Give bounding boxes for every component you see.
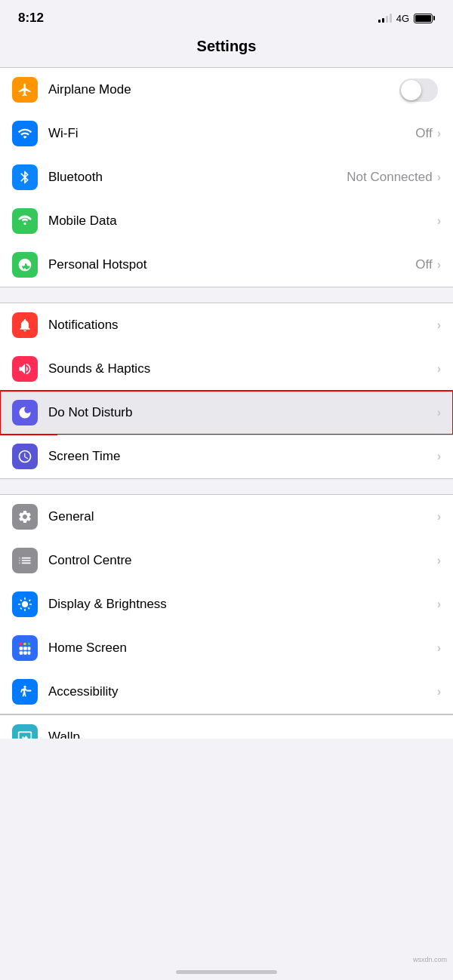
svg-rect-6 [20,651,23,655]
bluetooth-value: Not Connected [347,170,432,185]
screen-time-chevron-icon: › [437,450,441,463]
row-mobile-data[interactable]: Mobile Data › [0,199,453,243]
do-not-disturb-chevron-icon: › [437,406,441,419]
home-indicator [176,970,277,974]
row-sounds-haptics[interactable]: Sounds & Haptics › [0,347,453,391]
display-brightness-icon [12,591,38,617]
general-icon [12,504,38,530]
display-brightness-label: Display & Brightness [48,597,437,612]
bluetooth-chevron-icon: › [437,171,441,184]
home-screen-icon [12,635,38,661]
row-do-not-disturb[interactable]: Do Not Disturb › [0,391,453,435]
partial-row: Wallp... [0,714,453,739]
status-icons: 4G [378,13,435,24]
spacer-1 [0,287,453,303]
watermark: wsxdn.com [413,956,447,963]
row-notifications[interactable]: Notifications › [0,303,453,347]
bluetooth-icon [12,164,38,190]
wifi-icon [12,121,38,146]
screen-time-label: Screen Time [48,449,437,464]
control-centre-label: Control Centre [48,553,437,568]
battery-icon [414,14,435,23]
bluetooth-label: Bluetooth [48,170,347,185]
signal-bars-icon [378,14,392,23]
signal-text: 4G [396,13,409,24]
svg-point-1 [23,643,26,646]
row-general[interactable]: General › [0,495,453,539]
bar1 [378,20,381,23]
wifi-label: Wi-Fi [48,126,415,141]
row-control-centre[interactable]: Control Centre › [0,539,453,582]
screen-time-icon [12,444,38,469]
control-centre-chevron-icon: › [437,554,441,567]
wallpaper-icon [12,724,38,739]
general-chevron-icon: › [437,510,441,524]
row-bluetooth[interactable]: Bluetooth Not Connected › [0,155,453,199]
page-title: Settings [0,32,453,67]
mobile-data-icon [12,208,38,234]
sounds-haptics-chevron-icon: › [437,362,441,376]
spacer-2 [0,479,453,494]
airplane-mode-icon [12,77,38,103]
accessibility-label: Accessibility [48,684,437,699]
group-connectivity: Airplane Mode Wi-Fi Off › Bluetooth Not … [0,67,453,287]
personal-hotspot-value: Off [415,257,432,272]
notifications-icon [12,312,38,338]
row-airplane-mode[interactable]: Airplane Mode [0,68,453,112]
status-bar: 8:12 4G [0,0,453,32]
row-wifi[interactable]: Wi-Fi Off › [0,112,453,155]
row-display-brightness[interactable]: Display & Brightness › [0,582,453,626]
svg-rect-5 [28,647,31,650]
sounds-haptics-icon [12,356,38,382]
airplane-mode-label: Airplane Mode [48,82,399,97]
wallpaper-label: Wallp... [48,730,441,739]
wifi-chevron-icon: › [437,127,441,140]
personal-hotspot-label: Personal Hotspot [48,257,415,272]
group-general: General › Control Centre › Display & Bri… [0,494,453,714]
hotspot-icon [12,252,38,278]
row-wallpaper-partial: Wallp... [0,715,453,739]
accessibility-chevron-icon: › [437,685,441,699]
bar4 [390,14,392,23]
group-notifications: Notifications › Sounds & Haptics › Do No… [0,303,453,479]
wifi-value: Off [415,126,432,141]
bar3 [386,16,388,23]
status-time: 8:12 [18,11,44,26]
notifications-chevron-icon: › [437,318,441,332]
control-centre-icon [12,548,38,573]
mobile-data-chevron-icon: › [437,214,441,228]
row-screen-time[interactable]: Screen Time › [0,435,453,478]
svg-rect-7 [23,651,27,655]
svg-rect-3 [20,647,23,650]
row-personal-hotspot[interactable]: Personal Hotspot Off › [0,243,453,287]
svg-rect-8 [28,651,31,655]
accessibility-icon [12,679,38,705]
row-accessibility[interactable]: Accessibility › [0,670,453,714]
do-not-disturb-label: Do Not Disturb [48,405,437,420]
general-label: General [48,509,437,524]
home-screen-chevron-icon: › [437,641,441,655]
sounds-haptics-label: Sounds & Haptics [48,361,437,376]
display-brightness-chevron-icon: › [437,598,441,611]
mobile-data-label: Mobile Data [48,214,437,229]
home-screen-label: Home Screen [48,641,437,656]
notifications-label: Notifications [48,318,437,333]
svg-point-0 [20,643,23,646]
row-home-screen[interactable]: Home Screen › [0,626,453,670]
svg-point-2 [28,643,31,646]
do-not-disturb-icon [12,400,38,425]
airplane-mode-toggle[interactable] [399,78,438,102]
bar2 [382,18,384,23]
svg-rect-4 [23,647,27,650]
personal-hotspot-chevron-icon: › [437,258,441,272]
